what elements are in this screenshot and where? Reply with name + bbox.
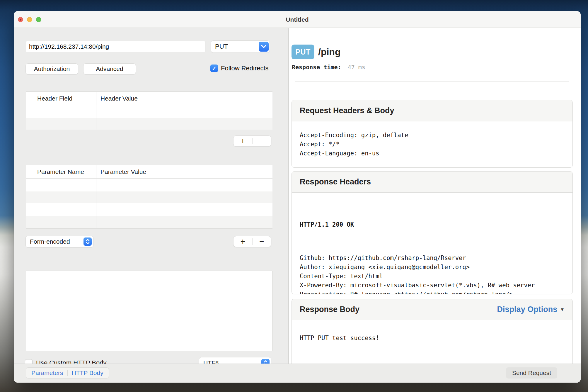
request-path: /ping — [318, 45, 340, 59]
response-body-title: Response Body — [300, 305, 359, 314]
response-time-label: Response time: — [292, 64, 341, 71]
method-badge: PUT — [292, 45, 314, 59]
section-divider — [14, 158, 289, 158]
headers-add-remove-group: + − — [234, 136, 271, 146]
header-field-column: Header Field — [33, 95, 72, 102]
triangle-down-icon: ▼ — [560, 307, 565, 312]
updown-chevrons-icon — [83, 237, 92, 246]
headers-table-head: Header Field Header Value — [26, 92, 272, 105]
display-options-label: Display Options — [497, 305, 558, 314]
add-parameter-button[interactable]: + — [234, 237, 252, 246]
parameter-value-column: Parameter Value — [96, 168, 146, 175]
section-divider — [14, 260, 289, 260]
parameters-table-head: Parameter Name Parameter Value — [26, 165, 272, 179]
url-input[interactable] — [26, 41, 205, 52]
request-headers-card: Request Headers & Body Accept-Encoding: … — [292, 100, 573, 168]
authorization-button[interactable]: Authorization — [26, 64, 78, 74]
table-row[interactable] — [26, 118, 272, 130]
window-footer: Parameters HTTP Body Send Request — [14, 364, 581, 383]
display-options-button[interactable]: Display Options ▼ — [497, 305, 565, 314]
tab-http-body[interactable]: HTTP Body — [68, 369, 108, 376]
chevron-down-icon — [259, 42, 269, 52]
header-value-column: Header Value — [96, 95, 138, 102]
response-body-card: Response Body Display Options ▼ HTTP PUT… — [292, 299, 573, 366]
table-row[interactable] — [26, 216, 272, 228]
request-panel: PUT Authorization Advanced ✓ Follow Redi… — [14, 28, 289, 364]
response-headers-content: Github: https://github.com/rsharp-lang/R… — [300, 254, 565, 294]
encoding-select-value: Form-encoded — [26, 238, 70, 245]
headers-table: Header Field Header Value — [26, 91, 272, 130]
custom-body-textarea[interactable] — [26, 271, 272, 351]
parameter-name-column: Parameter Name — [33, 168, 84, 175]
response-headers-card: Response Headers HTTP/1.1 200 OK Github:… — [292, 171, 573, 294]
follow-redirects-checkbox[interactable]: ✓ — [210, 65, 218, 72]
response-time-value: 47 ms — [348, 64, 365, 71]
parameters-add-remove-group: + − — [234, 236, 271, 247]
follow-redirects-label: Follow Redirects — [221, 65, 269, 72]
advanced-button[interactable]: Advanced — [83, 64, 136, 74]
http-status-line: HTTP/1.1 200 OK — [300, 220, 565, 229]
send-request-button[interactable]: Send Request — [506, 367, 557, 379]
add-header-button[interactable]: + — [234, 136, 252, 146]
response-headers-title: Response Headers — [300, 177, 371, 186]
window-title: Untitled — [14, 11, 581, 28]
tab-parameters[interactable]: Parameters — [27, 369, 67, 376]
response-body-content: HTTP PUT test success! — [292, 320, 572, 343]
method-select-value: PUT — [211, 43, 228, 50]
remove-header-button[interactable]: − — [253, 136, 271, 146]
table-row[interactable] — [26, 179, 272, 191]
method-select[interactable]: PUT — [211, 41, 270, 52]
encoding-select[interactable]: Form-encoded — [26, 236, 93, 247]
request-headers-content: Accept-Encoding: gzip, deflate Accept: *… — [292, 121, 572, 158]
divider — [295, 81, 569, 82]
app-window: Untitled PUT Authorization Advanced ✓ Fo… — [14, 11, 581, 383]
body-mode-tabs: Parameters HTTP Body — [26, 367, 109, 379]
response-panel: PUT /ping Response time: 47 ms Request H… — [289, 28, 581, 364]
remove-parameter-button[interactable]: − — [253, 237, 271, 246]
request-headers-title: Request Headers & Body — [300, 106, 394, 115]
table-row[interactable] — [26, 191, 272, 203]
parameters-table: Parameter Name Parameter Value — [26, 165, 272, 229]
title-bar: Untitled — [14, 11, 581, 28]
response-time: Response time: 47 ms — [292, 64, 365, 71]
table-row[interactable] — [26, 105, 272, 118]
follow-redirects-group: ✓ Follow Redirects — [210, 65, 269, 72]
table-row[interactable] — [26, 203, 272, 216]
